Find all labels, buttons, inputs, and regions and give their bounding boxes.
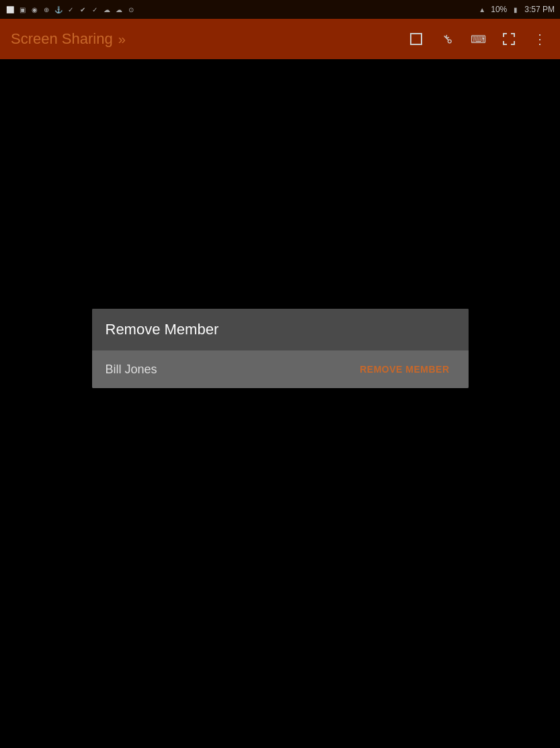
remove-member-button[interactable]: REMOVE MEMBER	[354, 361, 454, 377]
fullscreen-button[interactable]	[499, 30, 518, 48]
fullscreen-icon	[502, 32, 516, 46]
battery-icon: ▮	[511, 5, 520, 14]
toolbar: Screen Sharing » ⚷ ⌨ ⋮	[0, 19, 560, 59]
notification-icon-1: ⬜	[5, 5, 15, 14]
member-name: Bill Jones	[106, 363, 157, 377]
notification-icon-7: ✔	[78, 5, 87, 14]
notification-icon-5: ⚓	[54, 5, 63, 14]
notification-icon-10: ☁	[114, 5, 124, 14]
battery-percentage: 10%	[491, 5, 507, 14]
notification-icon-3: ◉	[30, 5, 39, 14]
wifi-icon: ▲	[477, 5, 487, 14]
toolbar-actions: ⚷ ⌨ ⋮	[407, 30, 549, 48]
remove-member-dialog: Remove Member Bill Jones REMOVE MEMBER	[92, 309, 469, 388]
notification-icon-11: ⊙	[126, 5, 136, 14]
status-info-right: ▲ 10% ▮ 3:57 PM	[477, 5, 555, 14]
keyboard-button[interactable]: ⌨	[469, 30, 487, 48]
toolbar-title-container: Screen Sharing »	[11, 30, 126, 48]
main-content: Remove Member Bill Jones REMOVE MEMBER	[0, 59, 560, 748]
status-icons-left: ⬜ ▣ ◉ ⊕ ⚓ ✓ ✔ ✓ ☁ ☁ ⊙	[5, 5, 136, 14]
notification-icon-4: ⊕	[42, 5, 51, 14]
dialog-member-row: Bill Jones REMOVE MEMBER	[92, 350, 469, 388]
key-icon: ⚷	[439, 31, 456, 48]
time-display: 3:57 PM	[524, 5, 555, 14]
more-icon: ⋮	[533, 32, 547, 46]
notification-icon-2: ▣	[17, 5, 27, 14]
keyboard-icon: ⌨	[471, 33, 486, 46]
notification-icon-6: ✓	[66, 5, 75, 14]
square-icon	[410, 33, 422, 45]
notification-icon-8: ✓	[90, 5, 99, 14]
status-bar: ⬜ ▣ ◉ ⊕ ⚓ ✓ ✔ ✓ ☁ ☁ ⊙ ▲ 10% ▮ 3:57 PM	[0, 0, 560, 19]
screen-sharing-title: Screen Sharing	[11, 30, 113, 48]
stop-button[interactable]	[407, 30, 426, 48]
dialog-title-row: Remove Member	[92, 309, 469, 350]
dialog-title: Remove Member	[106, 321, 219, 338]
key-button[interactable]: ⚷	[438, 30, 456, 48]
notification-icon-9: ☁	[102, 5, 112, 14]
more-options-button[interactable]: ⋮	[530, 30, 549, 48]
chevron-icon: »	[118, 32, 126, 47]
